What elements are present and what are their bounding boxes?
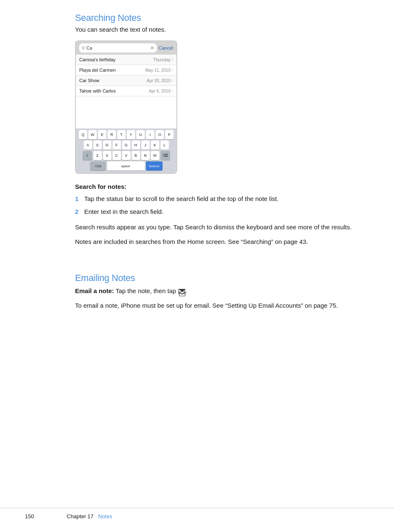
note-row-4: Tahoe with Carlos Apr 6, 2010 ›	[76, 86, 176, 96]
searching-notes-title: Searching Notes	[75, 13, 356, 23]
step-text-2: Enter text in the search field.	[84, 207, 163, 217]
key-search: Search	[146, 161, 163, 171]
key-T: T	[117, 130, 125, 139]
note-row-2: Playa del Carmen May 11, 2010 ›	[76, 65, 176, 75]
search-steps-list: 1 Tap the status bar to scroll to the se…	[75, 194, 356, 216]
step-number-1: 1	[75, 194, 81, 204]
key-S: S	[93, 141, 102, 150]
iphone-search-bar: ⚲ Ca ✕ Cancel	[76, 41, 176, 55]
chevron-icon: ›	[172, 58, 173, 62]
search-for-notes-label: Search for notes:	[75, 183, 356, 190]
email-note-instruction: Email a note: Tap the note, then tap .	[75, 286, 356, 296]
key-Y: Y	[127, 130, 135, 139]
key-O: O	[156, 130, 164, 139]
key-F: F	[113, 141, 121, 150]
key-I: I	[146, 130, 154, 139]
key-C: C	[113, 151, 121, 160]
search-step-2: 2 Enter text in the search field.	[75, 207, 356, 217]
key-X: X	[103, 151, 111, 160]
key-shift: ⇧	[83, 151, 92, 160]
key-H: H	[132, 141, 140, 150]
footer-chapter-link: Notes	[98, 513, 112, 519]
cancel-button-label: Cancel	[159, 45, 173, 50]
key-M: M	[151, 151, 159, 160]
page-footer: 150 Chapter 17 Notes	[0, 508, 394, 519]
search-paragraph-2: Notes are included in searches from the …	[75, 237, 356, 246]
emailing-notes-title: Emailing Notes	[75, 273, 356, 284]
key-numeric: .?123	[90, 161, 106, 171]
key-E: E	[98, 130, 106, 139]
keyboard-row-1: Q W E R T Y U I O P	[77, 130, 175, 139]
email-instruction-text: Tap the note, then tap	[114, 287, 176, 294]
note-date-1: Thursday ›	[153, 58, 173, 62]
key-N: N	[141, 151, 150, 160]
note-date-4: Apr 6, 2010 ›	[149, 89, 173, 93]
key-backspace: ⌫	[161, 151, 170, 160]
iphone-keyboard: Q W E R T Y U I O P A S D F G H J K	[76, 128, 176, 173]
key-R: R	[108, 130, 116, 139]
key-K: K	[151, 141, 159, 150]
key-J: J	[141, 141, 150, 150]
email-icon	[178, 289, 185, 294]
magnify-icon: ⚲	[82, 46, 85, 50]
key-Z: Z	[93, 151, 102, 160]
key-A: A	[84, 141, 92, 150]
searching-notes-subtitle: You can search the text of notes.	[75, 26, 356, 33]
step-text-1: Tap the status bar to scroll to the sear…	[84, 194, 279, 204]
note-row-1: Carissa's birthday Thursday ›	[76, 55, 176, 65]
email-paragraph: To email a note, iPhone must be set up f…	[75, 301, 356, 310]
chevron-icon-2: ›	[172, 68, 173, 72]
key-space: space	[107, 161, 145, 171]
clear-search-icon: ✕	[150, 45, 154, 51]
iphone-search-field: ⚲ Ca ✕	[79, 43, 157, 53]
note-title-1: Carissa's birthday	[79, 57, 115, 62]
page-container: Searching Notes You can search the text …	[0, 0, 394, 532]
search-paragraph-1: Search results appear as you type. Tap S…	[75, 222, 356, 232]
key-B: B	[132, 151, 140, 160]
iphone-notes-list: Carissa's birthday Thursday › Playa del …	[76, 55, 176, 128]
note-date-2: May 11, 2010 ›	[145, 68, 173, 73]
note-row-3: Car Show Apr 30, 2010 ›	[76, 75, 176, 86]
key-W: W	[88, 130, 97, 139]
key-P: P	[165, 130, 173, 139]
note-title-3: Car Show	[79, 78, 99, 83]
search-text-value: Ca	[86, 45, 92, 50]
keyboard-row-2: A S D F G H J K L	[77, 141, 175, 150]
key-G: G	[122, 141, 130, 150]
iphone-screenshot: ⚲ Ca ✕ Cancel Carissa's birthday Thursda…	[75, 40, 177, 174]
key-U: U	[136, 130, 145, 139]
page-number: 150	[25, 513, 58, 519]
footer-chapter: Chapter 17 Notes	[67, 513, 112, 519]
note-date-3: Apr 30, 2010 ›	[147, 78, 173, 83]
note-title-4: Tahoe with Carlos	[79, 88, 115, 93]
key-Q: Q	[79, 130, 87, 139]
keyboard-row-4: .?123 space Search	[77, 161, 175, 171]
footer-chapter-label: Chapter 17	[67, 513, 93, 519]
key-D: D	[103, 141, 111, 150]
key-L: L	[161, 141, 169, 150]
key-V: V	[122, 151, 130, 160]
section-divider	[75, 257, 356, 265]
keyboard-row-3: ⇧ Z X C V B N M ⌫	[77, 151, 175, 160]
chevron-icon-3: ›	[172, 78, 173, 83]
email-instruction-period: .	[186, 287, 187, 294]
chevron-icon-4: ›	[172, 89, 173, 93]
search-step-1: 1 Tap the status bar to scroll to the se…	[75, 194, 356, 204]
email-note-bold-label: Email a note:	[75, 287, 114, 294]
note-title-2: Playa del Carmen	[79, 68, 115, 73]
step-number-2: 2	[75, 207, 81, 217]
